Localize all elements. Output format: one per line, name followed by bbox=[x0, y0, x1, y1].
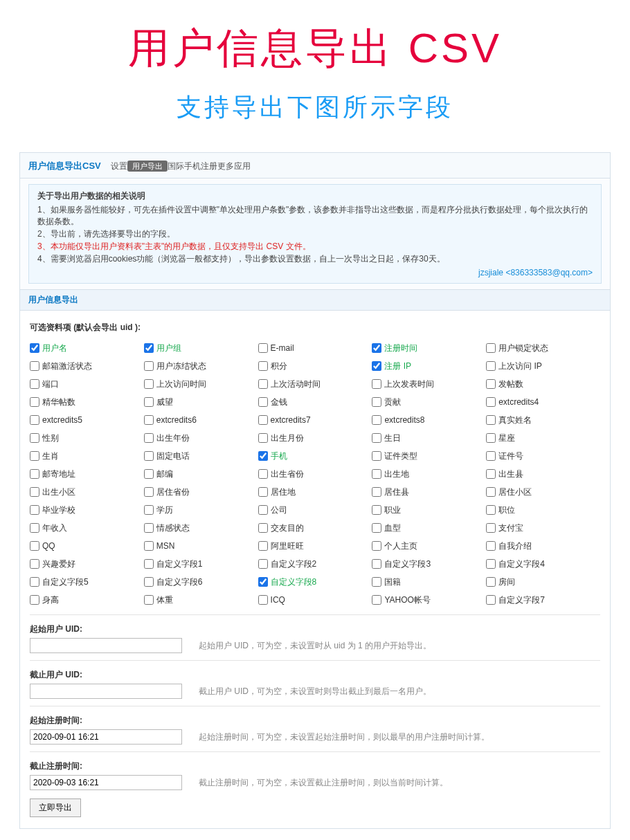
field-checkbox[interactable] bbox=[372, 433, 381, 443]
field-checkbox[interactable] bbox=[144, 415, 154, 425]
field-option[interactable]: 星座 bbox=[486, 430, 600, 446]
field-option[interactable]: 毕业学校 bbox=[30, 502, 144, 518]
field-option[interactable]: 邮编 bbox=[144, 466, 258, 482]
field-checkbox[interactable] bbox=[258, 379, 268, 389]
field-option[interactable]: 年收入 bbox=[30, 520, 144, 536]
field-checkbox[interactable] bbox=[372, 541, 381, 551]
field-checkbox[interactable] bbox=[258, 487, 268, 497]
end-time-input[interactable] bbox=[30, 775, 182, 790]
field-option[interactable]: 居住省份 bbox=[144, 484, 258, 500]
field-checkbox[interactable] bbox=[30, 361, 39, 371]
field-checkbox[interactable] bbox=[144, 505, 154, 515]
field-checkbox[interactable] bbox=[372, 595, 381, 605]
field-option[interactable]: 国籍 bbox=[372, 574, 486, 590]
tab-用户导出[interactable]: 用户导出 bbox=[127, 161, 168, 172]
start-uid-input[interactable] bbox=[30, 638, 182, 653]
field-option[interactable]: 上次访问时间 bbox=[144, 376, 258, 392]
field-option[interactable]: 积分 bbox=[258, 358, 372, 374]
field-option[interactable]: 上次访问 IP bbox=[486, 358, 600, 374]
field-checkbox[interactable] bbox=[372, 487, 381, 497]
field-option[interactable]: 生日 bbox=[372, 430, 486, 446]
field-option[interactable]: 房间 bbox=[486, 574, 600, 590]
field-checkbox[interactable] bbox=[372, 361, 381, 371]
field-option[interactable]: extcredits6 bbox=[144, 412, 258, 428]
field-option[interactable]: YAHOO帐号 bbox=[372, 592, 486, 608]
field-option[interactable]: 出生小区 bbox=[30, 484, 144, 500]
export-button[interactable]: 立即导出 bbox=[30, 798, 81, 817]
field-option[interactable]: 自我介绍 bbox=[486, 538, 600, 554]
field-checkbox[interactable] bbox=[258, 361, 268, 371]
tab-国际手机注册[interactable]: 国际手机注册 bbox=[168, 161, 217, 171]
tab-设置[interactable]: 设置 bbox=[111, 161, 127, 171]
field-option[interactable]: 居住小区 bbox=[486, 484, 600, 500]
field-option[interactable]: 个人主页 bbox=[372, 538, 486, 554]
field-option[interactable]: 证件号 bbox=[486, 448, 600, 464]
field-checkbox[interactable] bbox=[258, 415, 268, 425]
field-option[interactable]: 体重 bbox=[144, 592, 258, 608]
field-checkbox[interactable] bbox=[258, 343, 268, 353]
field-option[interactable]: 用户冻结状态 bbox=[144, 358, 258, 374]
field-checkbox[interactable] bbox=[486, 577, 496, 587]
field-checkbox[interactable] bbox=[486, 433, 496, 443]
field-option[interactable]: 发帖数 bbox=[486, 376, 600, 392]
field-checkbox[interactable] bbox=[30, 343, 39, 353]
field-option[interactable]: 自定义字段7 bbox=[486, 592, 600, 608]
field-checkbox[interactable] bbox=[144, 379, 154, 389]
tab-更多应用[interactable]: 更多应用 bbox=[217, 161, 251, 171]
field-option[interactable]: QQ bbox=[30, 538, 144, 554]
field-option[interactable]: 自定义字段2 bbox=[258, 556, 372, 572]
field-checkbox[interactable] bbox=[372, 451, 381, 461]
field-option[interactable]: 性别 bbox=[30, 430, 144, 446]
field-checkbox[interactable] bbox=[258, 469, 268, 479]
field-option[interactable]: 真实姓名 bbox=[486, 412, 600, 428]
field-checkbox[interactable] bbox=[486, 559, 496, 569]
field-option[interactable]: 居住县 bbox=[372, 484, 486, 500]
field-checkbox[interactable] bbox=[144, 577, 154, 587]
field-checkbox[interactable] bbox=[30, 379, 39, 389]
field-option[interactable]: 邮箱激活状态 bbox=[30, 358, 144, 374]
field-checkbox[interactable] bbox=[372, 343, 381, 353]
field-checkbox[interactable] bbox=[372, 505, 381, 515]
field-checkbox[interactable] bbox=[144, 541, 154, 551]
field-checkbox[interactable] bbox=[30, 523, 39, 533]
field-checkbox[interactable] bbox=[30, 469, 39, 479]
field-option[interactable]: 用户名 bbox=[30, 340, 144, 356]
field-checkbox[interactable] bbox=[486, 595, 496, 605]
field-checkbox[interactable] bbox=[144, 559, 154, 569]
field-option[interactable]: 出生地 bbox=[372, 466, 486, 482]
field-option[interactable]: 注册 IP bbox=[372, 358, 486, 374]
field-option[interactable]: 职位 bbox=[486, 502, 600, 518]
field-option[interactable]: 上次活动时间 bbox=[258, 376, 372, 392]
field-option[interactable]: extcredits4 bbox=[486, 394, 600, 410]
field-option[interactable]: 上次发表时间 bbox=[372, 376, 486, 392]
field-option[interactable]: 自定义字段3 bbox=[372, 556, 486, 572]
field-option[interactable]: extcredits7 bbox=[258, 412, 372, 428]
field-checkbox[interactable] bbox=[30, 433, 39, 443]
field-option[interactable]: 交友目的 bbox=[258, 520, 372, 536]
field-checkbox[interactable] bbox=[372, 523, 381, 533]
field-option[interactable]: 邮寄地址 bbox=[30, 466, 144, 482]
field-checkbox[interactable] bbox=[144, 523, 154, 533]
field-checkbox[interactable] bbox=[144, 469, 154, 479]
field-option[interactable]: 自定义字段8 bbox=[258, 574, 372, 590]
field-checkbox[interactable] bbox=[372, 559, 381, 569]
field-checkbox[interactable] bbox=[258, 397, 268, 407]
field-option[interactable]: 学历 bbox=[144, 502, 258, 518]
field-option[interactable]: 自定义字段6 bbox=[144, 574, 258, 590]
field-option[interactable]: 精华帖数 bbox=[30, 394, 144, 410]
field-checkbox[interactable] bbox=[258, 595, 268, 605]
field-checkbox[interactable] bbox=[30, 397, 39, 407]
field-option[interactable]: E-mail bbox=[258, 340, 372, 356]
field-option[interactable]: extcredits5 bbox=[30, 412, 144, 428]
field-checkbox[interactable] bbox=[30, 487, 39, 497]
field-option[interactable]: 职业 bbox=[372, 502, 486, 518]
field-option[interactable]: 生肖 bbox=[30, 448, 144, 464]
field-option[interactable]: 固定电话 bbox=[144, 448, 258, 464]
field-checkbox[interactable] bbox=[486, 541, 496, 551]
field-checkbox[interactable] bbox=[30, 505, 39, 515]
field-checkbox[interactable] bbox=[486, 361, 496, 371]
field-option[interactable]: 注册时间 bbox=[372, 340, 486, 356]
field-checkbox[interactable] bbox=[258, 559, 268, 569]
field-checkbox[interactable] bbox=[30, 415, 39, 425]
field-option[interactable]: 金钱 bbox=[258, 394, 372, 410]
